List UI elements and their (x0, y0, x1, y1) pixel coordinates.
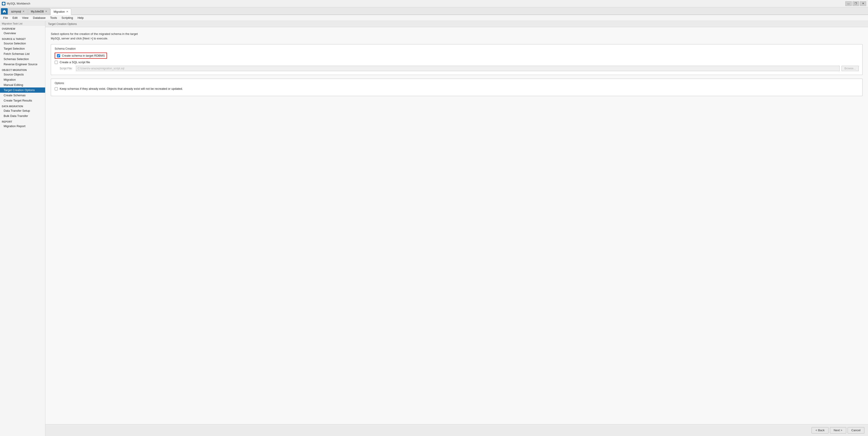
bottom-bar: < Back Next > Cancel (45, 424, 868, 436)
options-group: Options Keep schemas if they already exi… (51, 79, 863, 96)
menu-file[interactable]: File (1, 15, 10, 20)
sidebar-section-object-migration: OBJECT MIGRATION (0, 67, 45, 72)
create-schema-highlighted: Create schema in target RDBMS (55, 53, 107, 59)
svg-point-0 (2, 2, 5, 5)
options-title: Options (55, 81, 859, 85)
menu-help[interactable]: Help (75, 15, 86, 20)
tab-azmysql-close[interactable]: ✕ (23, 10, 25, 13)
maximize-button[interactable]: ❐ (852, 1, 859, 6)
content-header: Target Creation Options (45, 21, 868, 27)
sidebar-item-bulk-data-transfer[interactable]: Bulk Data Transfer (0, 113, 45, 119)
menubar: File Edit View Database Tools Scripting … (0, 15, 868, 21)
keep-schemas-row: Keep schemas if they already exist. Obje… (55, 87, 859, 91)
sidebar-item-target-creation-options[interactable]: Target Creation Options (0, 88, 45, 93)
keep-schemas-checkbox[interactable] (55, 87, 58, 91)
tab-azmysql-label: azmysql (11, 10, 21, 13)
app-title: MySQL Workbench (7, 2, 30, 5)
sidebar-item-create-target-results[interactable]: Create Target Results (0, 98, 45, 103)
menu-database[interactable]: Database (31, 15, 48, 20)
main-layout: Migration Task List OVERVIEW Overview SO… (0, 21, 868, 436)
window-controls: — ❐ ✕ (845, 1, 866, 6)
script-file-row: Script File: Browse... (55, 66, 859, 71)
tab-migration-close[interactable]: ✕ (66, 10, 68, 13)
sidebar-item-data-transfer-setup[interactable]: Data Transfer Setup (0, 108, 45, 113)
tabbar: azmysql ✕ MyJolieDB ✕ Migration ✕ (0, 7, 868, 15)
sidebar-section-report: REPORT (0, 119, 45, 124)
sidebar-section-source-target: SOURCE & TARGET (0, 36, 45, 41)
sidebar-section-overview: OVERVIEW (0, 26, 45, 31)
schema-creation-title: Schema Creation (55, 47, 859, 50)
app-icon (2, 2, 5, 5)
tab-myjoliedb[interactable]: MyJolieDB ✕ (28, 8, 50, 14)
menu-tools[interactable]: Tools (48, 15, 59, 20)
content-body: Select options for the creation of the m… (45, 27, 868, 424)
tab-myjoliedb-label: MyJolieDB (31, 10, 44, 13)
close-button[interactable]: ✕ (860, 1, 866, 6)
create-sql-label: Create a SQL script file (60, 61, 90, 64)
script-file-label: Script File: (60, 67, 74, 70)
description-line1: Select options for the creation of the m… (51, 32, 863, 36)
tab-azmysql[interactable]: azmysql ✕ (8, 8, 27, 14)
cancel-button[interactable]: Cancel (847, 427, 864, 434)
tab-migration[interactable]: Migration ✕ (51, 9, 71, 15)
description-line2: MySQL server and click [Next >] to execu… (51, 36, 863, 41)
menu-view[interactable]: View (20, 15, 31, 20)
sidebar-header: Migration Task List (0, 21, 45, 26)
schema-creation-group: Schema Creation Create schema in target … (51, 44, 863, 75)
sidebar-item-schemas-selection[interactable]: Schemas Selection (0, 57, 45, 62)
menu-edit[interactable]: Edit (10, 15, 20, 20)
sidebar-item-target-selection[interactable]: Target Selection (0, 46, 45, 51)
sidebar: Migration Task List OVERVIEW Overview SO… (0, 21, 45, 436)
sidebar-item-create-schemas[interactable]: Create Schemas (0, 93, 45, 98)
sidebar-item-manual-editing[interactable]: Manual Editing (0, 82, 45, 88)
script-file-input[interactable] (76, 66, 840, 71)
create-schema-row: Create schema in target RDBMS (55, 53, 859, 59)
sidebar-item-overview[interactable]: Overview (0, 31, 45, 36)
next-button[interactable]: Next > (830, 427, 846, 434)
create-schema-checkbox[interactable] (57, 54, 60, 57)
content: Target Creation Options Select options f… (45, 21, 868, 436)
tab-migration-label: Migration (54, 10, 65, 13)
create-schema-label: Create schema in target RDBMS (62, 54, 105, 57)
sidebar-item-reverse-engineer[interactable]: Reverse Engineer Source (0, 62, 45, 67)
menu-scripting[interactable]: Scripting (59, 15, 75, 20)
description: Select options for the creation of the m… (51, 32, 863, 40)
create-sql-row: Create a SQL script file (55, 61, 859, 64)
create-sql-checkbox[interactable] (55, 61, 58, 64)
browse-button[interactable]: Browse... (841, 66, 859, 71)
keep-schemas-label: Keep schemas if they already exist. Obje… (60, 87, 183, 91)
sidebar-section-data-migration: DATA MIGRATION (0, 103, 45, 108)
sidebar-item-fetch-schemas[interactable]: Fetch Schemas List (0, 51, 45, 57)
content-header-title: Target Creation Options (48, 23, 77, 26)
home-tab[interactable] (1, 8, 8, 14)
sidebar-item-source-objects[interactable]: Source Objects (0, 72, 45, 77)
sidebar-item-migration-report[interactable]: Migration Report (0, 124, 45, 129)
sidebar-item-source-selection[interactable]: Source Selection (0, 41, 45, 46)
sidebar-item-migration[interactable]: Migration (0, 77, 45, 82)
tab-myjoliedb-close[interactable]: ✕ (45, 10, 47, 13)
back-button[interactable]: < Back (811, 427, 828, 434)
titlebar: MySQL Workbench — ❐ ✕ (0, 0, 868, 7)
minimize-button[interactable]: — (845, 1, 852, 6)
